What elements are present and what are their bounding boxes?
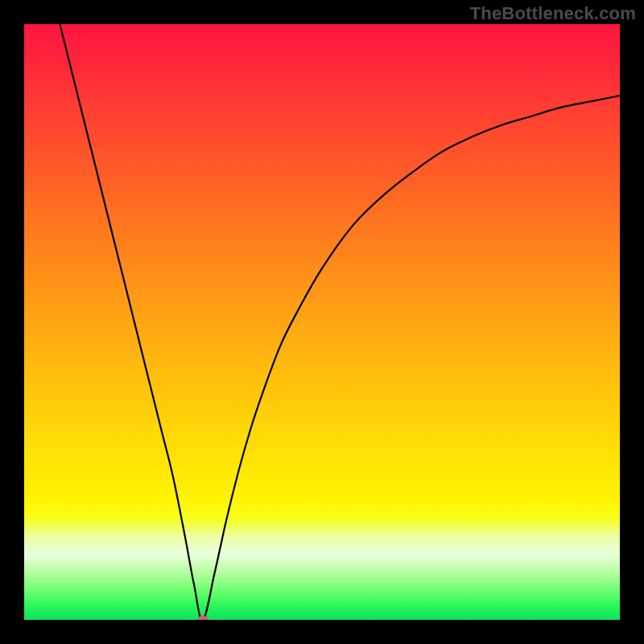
curve-minimum-marker <box>197 616 208 620</box>
curve-svg <box>24 24 620 620</box>
watermark-text: TheBottleneck.com <box>470 3 636 24</box>
chart-frame: TheBottleneck.com <box>0 0 644 644</box>
bottleneck-curve <box>54 24 620 620</box>
plot-area <box>24 24 620 620</box>
